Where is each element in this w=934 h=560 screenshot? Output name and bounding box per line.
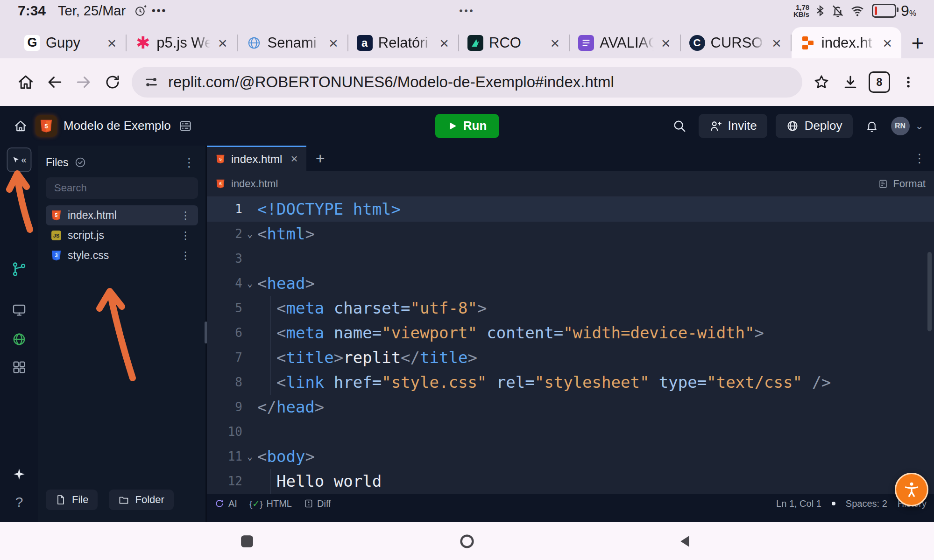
format-button[interactable]: Format [878,178,926,190]
browser-tab-p5-js-we[interactable]: ✱p5.js We× [127,27,236,58]
rail-apps-button[interactable] [12,360,27,375]
deploy-button[interactable]: Deploy [776,114,853,138]
file-row-index-html[interactable]: 5index.html⋮ [46,205,198,225]
code-line-1[interactable]: 1<!DOCTYPE html> [207,197,934,222]
editor-menu-kebab-icon[interactable]: ⋮ [913,146,934,171]
cursor-position[interactable]: Ln 1, Col 1 [776,498,821,509]
invite-button[interactable]: Invite [699,114,767,138]
language-status-item[interactable]: {✓} HTML [249,498,292,509]
code-line-4[interactable]: 4⌄<head> [207,271,934,296]
file-row-script-js[interactable]: JSscript.js⋮ [46,225,198,245]
file-menu-kebab-icon[interactable]: ⋮ [177,210,193,222]
tab-close-icon[interactable]: × [549,35,560,51]
browser-tab-gupy[interactable]: GGupy× [16,27,126,58]
line-number: 6 [207,321,242,345]
browser-tab-avalia-[interactable]: AVALIAÇ× [570,27,679,58]
svg-text:JS: JS [53,233,59,238]
tab-close-icon[interactable]: × [771,35,782,51]
rail-help-button[interactable]: ? [15,494,23,510]
editor-breadcrumb: 5 index.html Format [207,171,934,197]
chevron-down-icon[interactable]: ⌄ [915,120,924,132]
spaces-setting[interactable]: Spaces: 2 [846,498,887,509]
tab-label: CURSOS [711,35,765,51]
editor-new-tab-button[interactable]: + [306,146,334,171]
code-line-5[interactable]: 5 <meta charset="utf-8"> [207,296,934,321]
code-line-12[interactable]: 12 Hello world [207,469,934,494]
tab-close-icon[interactable]: × [106,35,117,51]
devices-icon[interactable] [178,119,192,133]
tab-close-icon[interactable]: × [217,35,228,51]
fold-chevron-icon[interactable]: ⌄ [242,271,257,296]
tab-close-icon[interactable]: × [660,35,672,51]
avatar[interactable]: RN [891,117,910,135]
project-title[interactable]: Modelo de Exemplo [64,119,171,133]
url-text[interactable]: replit.com/@ROBERTONUNES6/Modelo-de-Exem… [168,73,614,91]
reload-icon [104,74,121,91]
home-button[interactable] [11,68,40,97]
ai-status-item[interactable]: AI [214,498,237,509]
back-button[interactable] [678,534,692,548]
diff-icon [304,499,313,508]
fold-chevron-icon[interactable]: ⌄ [242,444,257,469]
tab-close-icon[interactable]: × [328,35,339,51]
bookmark-button[interactable] [807,68,836,97]
forward-button[interactable] [69,68,98,97]
browser-tab-senami[interactable]: Senami× [238,27,347,58]
code-line-6[interactable]: 6 <meta name="viewport" content="width=d… [207,321,934,345]
download-button[interactable] [836,68,865,97]
code-line-11[interactable]: 11⌄<body> [207,444,934,469]
tab-close-icon[interactable]: × [439,35,450,51]
file-explorer-toggle[interactable]: « [7,147,32,172]
editor-tab-index-html[interactable]: 5 index.html × [207,146,306,171]
grid-icon [12,360,27,375]
rail-monitor-button[interactable] [12,302,27,317]
browser-tab-relat-ri[interactable]: aRelatóri× [348,27,458,58]
search-button[interactable] [669,115,690,137]
search-input[interactable] [53,182,191,195]
code-line-2[interactable]: 2⌄<html> [207,222,934,246]
new-folder-button[interactable]: Folder [109,490,173,510]
notifications-button[interactable] [861,115,883,137]
file-menu-kebab-icon[interactable]: ⋮ [177,250,193,262]
bluetooth-icon [814,4,826,18]
file-menu-kebab-icon[interactable]: ⋮ [177,230,193,242]
browser-tab-strip: GGupy×✱p5.js We×Senami×aRelatóri×RCO×AVA… [0,21,934,58]
browser-tab-rco[interactable]: RCO× [459,27,569,58]
diff-status-item[interactable]: Diff [304,498,331,509]
browser-tab-cursos[interactable]: CCURSOS× [681,27,791,58]
reload-button[interactable] [98,68,127,97]
file-row-style-css[interactable]: 3style.css⋮ [46,245,198,266]
replit-home-button[interactable] [10,116,31,136]
home-button[interactable] [459,533,475,550]
tab-close-icon[interactable]: × [882,35,893,51]
recents-button[interactable] [240,534,254,548]
new-file-button[interactable]: File [46,490,98,510]
line-number: 10 [207,420,242,444]
project-logo[interactable]: 5 [35,115,57,137]
files-menu-kebab-icon[interactable]: ⋮ [180,155,198,170]
address-bar[interactable]: replit.com/@ROBERTONUNES6/Modelo-de-Exem… [132,67,802,98]
accessibility-fab[interactable] [895,473,928,506]
back-button[interactable] [40,68,69,97]
fold-chevron-icon[interactable]: ⌄ [242,222,257,246]
rail-branch-button[interactable] [11,261,27,277]
code-area[interactable]: 1<!DOCTYPE html>2⌄<html>34⌄<head>5 <meta… [207,197,934,494]
tab-switcher-button[interactable]: 8 [865,68,894,97]
code-line-7[interactable]: 7 <title>replit</title> [207,345,934,370]
code-line-3[interactable]: 3 [207,246,934,271]
rail-sparkle-button[interactable] [12,467,26,481]
browser-tab-index-ht[interactable]: index.ht× [792,27,901,58]
new-tab-button[interactable]: + [901,27,934,58]
files-search[interactable] [46,177,198,199]
code-line-8[interactable]: 8 <link href="style.css" rel="stylesheet… [207,370,934,395]
run-button[interactable]: Run [435,114,499,138]
code-line-10[interactable]: 10 [207,420,934,444]
rail-webview-button[interactable] [12,332,27,347]
bell-icon [865,119,878,133]
code-line-9[interactable]: 9</head> [207,395,934,420]
editor-tab-label: index.html [231,153,282,166]
browser-menu-button[interactable] [894,68,923,97]
tab-close-icon[interactable]: × [288,152,297,166]
rco-favicon [467,35,483,51]
html-file-icon: 5 [50,210,62,221]
